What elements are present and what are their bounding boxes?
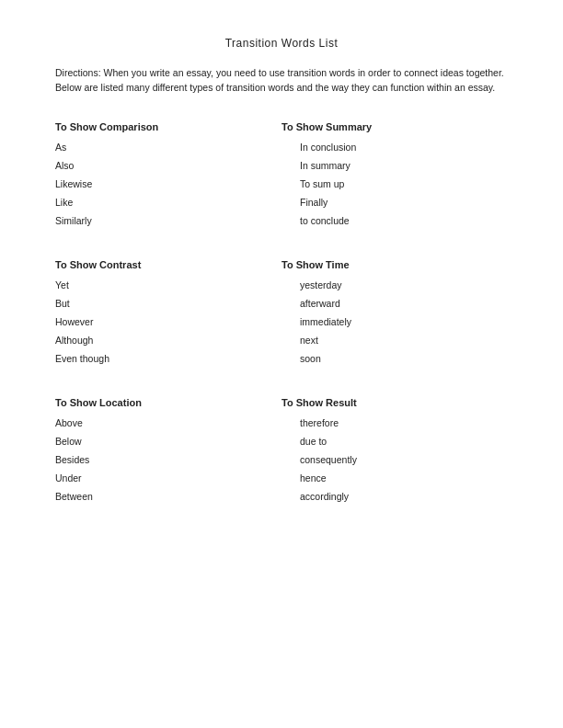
section-0-right-word-1: In summary xyxy=(282,160,508,171)
section-0-left-word-0: As xyxy=(55,142,282,153)
section-2-left-word-1: Below xyxy=(55,436,282,447)
section-1-right-word-3: next xyxy=(282,335,508,346)
directions-text: Directions: When you write an essay, you… xyxy=(55,66,508,96)
section-2-left-word-4: Between xyxy=(55,491,282,502)
section-1-left-word-4: Even though xyxy=(55,353,282,364)
section-0-right-column: To Show SummaryIn conclusionIn summaryTo… xyxy=(282,121,508,233)
section-2-right-word-0: therefore xyxy=(282,417,508,428)
section-1-right-word-1: afterward xyxy=(282,298,508,309)
section-2-left-word-3: Under xyxy=(55,472,282,483)
section-1-left-word-1: But xyxy=(55,298,282,309)
content-wrapper: To Show ComparisonAsAlsoLikewiseLikeSimi… xyxy=(55,121,508,509)
section-0-left-word-1: Also xyxy=(55,160,282,171)
section-1-left-word-3: Although xyxy=(55,335,282,346)
section-1-right-word-2: immediately xyxy=(282,316,508,327)
section-2-left-word-2: Besides xyxy=(55,454,282,465)
section-0-right-word-4: to conclude xyxy=(282,215,508,226)
section-2-right-heading: To Show Result xyxy=(282,397,508,408)
section-1-right-heading: To Show Time xyxy=(282,259,508,270)
section-0-left-word-3: Like xyxy=(55,197,282,208)
section-row-1: To Show ContrastYetButHoweverAlthoughEve… xyxy=(55,259,508,371)
section-0-left-word-2: Likewise xyxy=(55,178,282,189)
section-2-right-word-4: accordingly xyxy=(282,491,508,502)
section-2-right-word-1: due to xyxy=(282,436,508,447)
section-1-right-word-4: soon xyxy=(282,353,508,364)
section-2-left-word-0: Above xyxy=(55,417,282,428)
section-0-right-word-3: Finally xyxy=(282,197,508,208)
section-0-right-word-2: To sum up xyxy=(282,178,508,189)
section-1-left-word-2: However xyxy=(55,316,282,327)
section-1-right-column: To Show Timeyesterdayafterwardimmediatel… xyxy=(282,259,508,371)
section-0-right-heading: To Show Summary xyxy=(282,121,508,132)
section-1-left-heading: To Show Contrast xyxy=(55,259,282,270)
section-1-right-word-0: yesterday xyxy=(282,279,508,290)
section-0-left-column: To Show ComparisonAsAlsoLikewiseLikeSimi… xyxy=(55,121,282,233)
section-0-right-word-0: In conclusion xyxy=(282,142,508,153)
section-1-left-column: To Show ContrastYetButHoweverAlthoughEve… xyxy=(55,259,282,371)
section-2-right-word-3: hence xyxy=(282,472,508,483)
section-2-left-column: To Show LocationAboveBelowBesidesUnderBe… xyxy=(55,397,282,509)
section-row-2: To Show LocationAboveBelowBesidesUnderBe… xyxy=(55,397,508,509)
section-row-0: To Show ComparisonAsAlsoLikewiseLikeSimi… xyxy=(55,121,508,233)
section-2-right-word-2: consequently xyxy=(282,454,508,465)
section-2-left-heading: To Show Location xyxy=(55,397,282,408)
page-title: Transition Words List xyxy=(55,37,508,50)
section-0-left-word-4: Similarly xyxy=(55,215,282,226)
section-0-left-heading: To Show Comparison xyxy=(55,121,282,132)
section-1-left-word-0: Yet xyxy=(55,279,282,290)
section-2-right-column: To Show Resultthereforedue toconsequentl… xyxy=(282,397,508,509)
